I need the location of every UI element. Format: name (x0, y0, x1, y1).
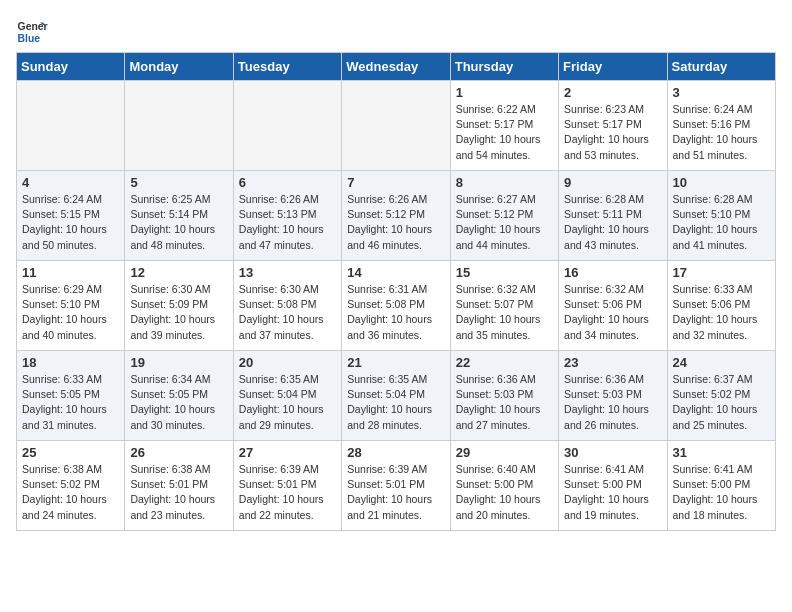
week-row-1: 1Sunrise: 6:22 AM Sunset: 5:17 PM Daylig… (17, 81, 776, 171)
cell-info: Sunrise: 6:40 AM Sunset: 5:00 PM Dayligh… (456, 462, 553, 523)
cell-info: Sunrise: 6:37 AM Sunset: 5:02 PM Dayligh… (673, 372, 770, 433)
day-number: 29 (456, 445, 553, 460)
cal-cell: 14Sunrise: 6:31 AM Sunset: 5:08 PM Dayli… (342, 261, 450, 351)
cell-info: Sunrise: 6:35 AM Sunset: 5:04 PM Dayligh… (239, 372, 336, 433)
cell-info: Sunrise: 6:33 AM Sunset: 5:05 PM Dayligh… (22, 372, 119, 433)
cell-info: Sunrise: 6:36 AM Sunset: 5:03 PM Dayligh… (456, 372, 553, 433)
cal-cell: 17Sunrise: 6:33 AM Sunset: 5:06 PM Dayli… (667, 261, 775, 351)
cell-info: Sunrise: 6:39 AM Sunset: 5:01 PM Dayligh… (347, 462, 444, 523)
cell-info: Sunrise: 6:25 AM Sunset: 5:14 PM Dayligh… (130, 192, 227, 253)
cal-cell: 19Sunrise: 6:34 AM Sunset: 5:05 PM Dayli… (125, 351, 233, 441)
cell-info: Sunrise: 6:32 AM Sunset: 5:06 PM Dayligh… (564, 282, 661, 343)
cell-info: Sunrise: 6:24 AM Sunset: 5:16 PM Dayligh… (673, 102, 770, 163)
cell-info: Sunrise: 6:26 AM Sunset: 5:12 PM Dayligh… (347, 192, 444, 253)
cal-cell: 1Sunrise: 6:22 AM Sunset: 5:17 PM Daylig… (450, 81, 558, 171)
day-header-row: SundayMondayTuesdayWednesdayThursdayFrid… (17, 53, 776, 81)
cell-info: Sunrise: 6:41 AM Sunset: 5:00 PM Dayligh… (564, 462, 661, 523)
cal-cell: 16Sunrise: 6:32 AM Sunset: 5:06 PM Dayli… (559, 261, 667, 351)
day-number: 20 (239, 355, 336, 370)
cal-cell: 9Sunrise: 6:28 AM Sunset: 5:11 PM Daylig… (559, 171, 667, 261)
cal-cell: 5Sunrise: 6:25 AM Sunset: 5:14 PM Daylig… (125, 171, 233, 261)
cal-cell: 12Sunrise: 6:30 AM Sunset: 5:09 PM Dayli… (125, 261, 233, 351)
cal-cell: 30Sunrise: 6:41 AM Sunset: 5:00 PM Dayli… (559, 441, 667, 531)
day-number: 14 (347, 265, 444, 280)
day-number: 12 (130, 265, 227, 280)
day-header-monday: Monday (125, 53, 233, 81)
day-number: 8 (456, 175, 553, 190)
cell-info: Sunrise: 6:38 AM Sunset: 5:01 PM Dayligh… (130, 462, 227, 523)
day-header-tuesday: Tuesday (233, 53, 341, 81)
day-number: 9 (564, 175, 661, 190)
cell-info: Sunrise: 6:24 AM Sunset: 5:15 PM Dayligh… (22, 192, 119, 253)
cal-cell: 24Sunrise: 6:37 AM Sunset: 5:02 PM Dayli… (667, 351, 775, 441)
logo: General Blue (16, 16, 48, 48)
week-row-2: 4Sunrise: 6:24 AM Sunset: 5:15 PM Daylig… (17, 171, 776, 261)
cal-cell: 7Sunrise: 6:26 AM Sunset: 5:12 PM Daylig… (342, 171, 450, 261)
day-number: 31 (673, 445, 770, 460)
cal-cell: 22Sunrise: 6:36 AM Sunset: 5:03 PM Dayli… (450, 351, 558, 441)
logo-icon: General Blue (16, 16, 48, 48)
cell-info: Sunrise: 6:30 AM Sunset: 5:09 PM Dayligh… (130, 282, 227, 343)
cal-cell: 13Sunrise: 6:30 AM Sunset: 5:08 PM Dayli… (233, 261, 341, 351)
day-number: 6 (239, 175, 336, 190)
cal-cell (17, 81, 125, 171)
cal-cell: 23Sunrise: 6:36 AM Sunset: 5:03 PM Dayli… (559, 351, 667, 441)
day-number: 2 (564, 85, 661, 100)
cell-info: Sunrise: 6:33 AM Sunset: 5:06 PM Dayligh… (673, 282, 770, 343)
cal-cell: 31Sunrise: 6:41 AM Sunset: 5:00 PM Dayli… (667, 441, 775, 531)
day-header-thursday: Thursday (450, 53, 558, 81)
day-number: 22 (456, 355, 553, 370)
cal-cell: 10Sunrise: 6:28 AM Sunset: 5:10 PM Dayli… (667, 171, 775, 261)
cal-cell: 21Sunrise: 6:35 AM Sunset: 5:04 PM Dayli… (342, 351, 450, 441)
cal-cell: 28Sunrise: 6:39 AM Sunset: 5:01 PM Dayli… (342, 441, 450, 531)
cal-cell: 20Sunrise: 6:35 AM Sunset: 5:04 PM Dayli… (233, 351, 341, 441)
day-number: 13 (239, 265, 336, 280)
day-number: 18 (22, 355, 119, 370)
cal-cell: 4Sunrise: 6:24 AM Sunset: 5:15 PM Daylig… (17, 171, 125, 261)
week-row-5: 25Sunrise: 6:38 AM Sunset: 5:02 PM Dayli… (17, 441, 776, 531)
day-header-saturday: Saturday (667, 53, 775, 81)
day-header-sunday: Sunday (17, 53, 125, 81)
cell-info: Sunrise: 6:36 AM Sunset: 5:03 PM Dayligh… (564, 372, 661, 433)
day-number: 21 (347, 355, 444, 370)
cell-info: Sunrise: 6:35 AM Sunset: 5:04 PM Dayligh… (347, 372, 444, 433)
cal-cell: 26Sunrise: 6:38 AM Sunset: 5:01 PM Dayli… (125, 441, 233, 531)
cal-cell: 6Sunrise: 6:26 AM Sunset: 5:13 PM Daylig… (233, 171, 341, 261)
day-number: 16 (564, 265, 661, 280)
cell-info: Sunrise: 6:23 AM Sunset: 5:17 PM Dayligh… (564, 102, 661, 163)
cell-info: Sunrise: 6:30 AM Sunset: 5:08 PM Dayligh… (239, 282, 336, 343)
day-number: 10 (673, 175, 770, 190)
cal-cell: 2Sunrise: 6:23 AM Sunset: 5:17 PM Daylig… (559, 81, 667, 171)
svg-text:Blue: Blue (18, 33, 41, 44)
cal-cell: 25Sunrise: 6:38 AM Sunset: 5:02 PM Dayli… (17, 441, 125, 531)
cell-info: Sunrise: 6:31 AM Sunset: 5:08 PM Dayligh… (347, 282, 444, 343)
calendar-table: SundayMondayTuesdayWednesdayThursdayFrid… (16, 52, 776, 531)
cal-cell: 8Sunrise: 6:27 AM Sunset: 5:12 PM Daylig… (450, 171, 558, 261)
cell-info: Sunrise: 6:38 AM Sunset: 5:02 PM Dayligh… (22, 462, 119, 523)
cal-cell (342, 81, 450, 171)
day-number: 5 (130, 175, 227, 190)
day-number: 4 (22, 175, 119, 190)
day-number: 30 (564, 445, 661, 460)
cal-cell (233, 81, 341, 171)
day-number: 17 (673, 265, 770, 280)
cell-info: Sunrise: 6:28 AM Sunset: 5:10 PM Dayligh… (673, 192, 770, 253)
day-number: 25 (22, 445, 119, 460)
day-number: 27 (239, 445, 336, 460)
day-number: 19 (130, 355, 227, 370)
cal-cell: 29Sunrise: 6:40 AM Sunset: 5:00 PM Dayli… (450, 441, 558, 531)
day-number: 28 (347, 445, 444, 460)
day-number: 26 (130, 445, 227, 460)
cell-info: Sunrise: 6:41 AM Sunset: 5:00 PM Dayligh… (673, 462, 770, 523)
week-row-3: 11Sunrise: 6:29 AM Sunset: 5:10 PM Dayli… (17, 261, 776, 351)
cell-info: Sunrise: 6:26 AM Sunset: 5:13 PM Dayligh… (239, 192, 336, 253)
cal-cell: 11Sunrise: 6:29 AM Sunset: 5:10 PM Dayli… (17, 261, 125, 351)
cal-cell: 18Sunrise: 6:33 AM Sunset: 5:05 PM Dayli… (17, 351, 125, 441)
day-number: 3 (673, 85, 770, 100)
calendar-body: 1Sunrise: 6:22 AM Sunset: 5:17 PM Daylig… (17, 81, 776, 531)
day-number: 7 (347, 175, 444, 190)
cell-info: Sunrise: 6:32 AM Sunset: 5:07 PM Dayligh… (456, 282, 553, 343)
day-number: 23 (564, 355, 661, 370)
cal-cell: 3Sunrise: 6:24 AM Sunset: 5:16 PM Daylig… (667, 81, 775, 171)
cell-info: Sunrise: 6:27 AM Sunset: 5:12 PM Dayligh… (456, 192, 553, 253)
